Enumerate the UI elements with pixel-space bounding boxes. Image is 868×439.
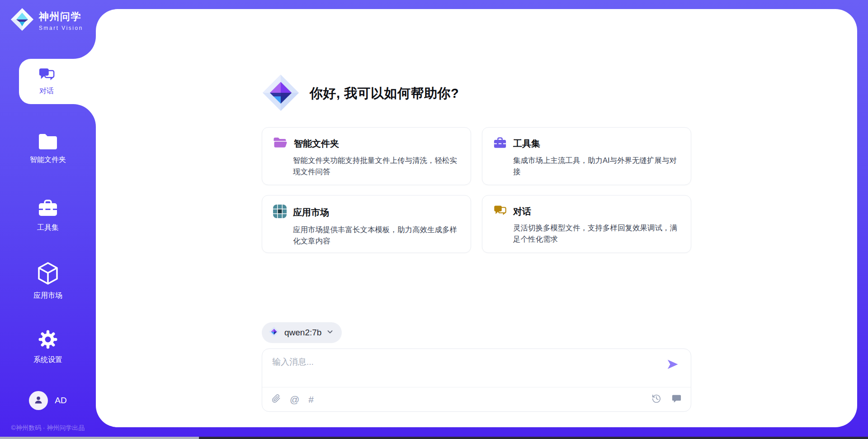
greeting: 你好, 我可以如何帮助你? bbox=[262, 74, 691, 114]
gear-icon bbox=[38, 329, 58, 351]
sidebar-item-label: 智能文件夹 bbox=[30, 155, 66, 165]
card-title: 对话 bbox=[513, 205, 531, 218]
history-icon bbox=[651, 394, 661, 406]
sidebar-item-label: 工具集 bbox=[37, 223, 59, 233]
card-title: 工具集 bbox=[513, 138, 540, 150]
at-icon[interactable]: @ bbox=[290, 395, 299, 404]
sidebar-item-label: 对话 bbox=[39, 86, 54, 96]
sidebar-item-app-market[interactable]: 应用市场 bbox=[0, 262, 96, 301]
briefcase-icon bbox=[38, 199, 58, 219]
folder-icon bbox=[38, 132, 58, 151]
main-panel: 你好, 我可以如何帮助你? 智能文件夹 智能文件夹功能支持批量文件上传与清洗，轻… bbox=[96, 9, 857, 427]
attach-file-button[interactable] bbox=[271, 394, 281, 405]
active-tab-curve-top bbox=[73, 36, 96, 59]
chat-bubbles-icon bbox=[493, 205, 507, 218]
chat-toggle-button[interactable] bbox=[671, 393, 682, 406]
send-button[interactable] bbox=[665, 358, 680, 372]
card-title: 应用市场 bbox=[293, 206, 329, 219]
card-description: 智能文件夹功能支持批量文件上传与清洗，轻松实现文件问答 bbox=[273, 155, 460, 177]
briefcase-icon bbox=[493, 137, 507, 151]
card-description: 集成市场上主流工具，助力AI与外界无缝扩展与对接 bbox=[493, 155, 680, 177]
greeting-title: 你好, 我可以如何帮助你? bbox=[310, 85, 459, 103]
card-title: 智能文件夹 bbox=[294, 138, 339, 150]
folder-open-icon bbox=[273, 137, 288, 151]
chat-icon bbox=[671, 393, 682, 406]
brand-logo: 神州问学 Smart Vision bbox=[10, 7, 83, 33]
card-app-market[interactable]: 应用市场 应用市场提供丰富长文本模板，助力高效生成多样化文章内容 bbox=[262, 195, 471, 253]
model-selector[interactable]: qwen2:7b bbox=[262, 322, 342, 343]
card-smart-folder[interactable]: 智能文件夹 智能文件夹功能支持批量文件上传与清洗，轻松实现文件问答 bbox=[262, 127, 471, 185]
send-icon bbox=[666, 358, 679, 373]
sidebar-item-toolset[interactable]: 工具集 bbox=[0, 199, 96, 233]
greeting-diamond-icon bbox=[262, 74, 300, 114]
cube-icon bbox=[37, 262, 59, 287]
feature-cards: 智能文件夹 智能文件夹功能支持批量文件上传与清洗，轻松实现文件问答 bbox=[262, 127, 691, 253]
model-name: qwen2:7b bbox=[284, 328, 321, 338]
sidebar-item-smart-folder[interactable]: 智能文件夹 bbox=[0, 132, 96, 165]
sidebar-item-settings[interactable]: 系统设置 bbox=[0, 329, 96, 365]
brand-diamond-icon bbox=[10, 7, 34, 33]
sidebar-item-chat[interactable]: 对话 bbox=[19, 59, 96, 104]
card-toolset[interactable]: 工具集 集成市场上主流工具，助力AI与外界无缝扩展与对接 bbox=[482, 127, 691, 185]
message-composer: @ # bbox=[262, 348, 691, 412]
sidebar-footer: ©神州数码 · 神州问学出品 bbox=[0, 424, 96, 432]
apps-grid-icon bbox=[273, 205, 287, 220]
paperclip-icon bbox=[271, 394, 281, 405]
card-chat[interactable]: 对话 灵活切换多模型文件，支持多样回复效果调试，满足个性化需求 bbox=[482, 195, 691, 253]
user-name: AD bbox=[55, 396, 66, 406]
user-account[interactable]: AD bbox=[0, 391, 96, 410]
card-description: 应用市场提供丰富长文本模板，助力高效生成多样化文章内容 bbox=[273, 224, 460, 247]
person-icon bbox=[33, 395, 43, 406]
chat-bubbles-icon bbox=[38, 67, 55, 84]
active-tab-curve-bottom bbox=[73, 104, 96, 127]
chevron-down-icon bbox=[326, 328, 334, 338]
sidebar: 神州问学 Smart Vision 对话 智能文件夹 bbox=[0, 0, 96, 439]
horizontal-scrollbar-track bbox=[0, 437, 868, 439]
sidebar-item-label: 系统设置 bbox=[33, 355, 62, 365]
horizontal-scrollbar-thumb[interactable] bbox=[0, 437, 199, 439]
sidebar-item-label: 应用市场 bbox=[33, 291, 62, 301]
card-description: 灵活切换多模型文件，支持多样回复效果调试，满足个性化需求 bbox=[493, 222, 680, 245]
avatar bbox=[29, 391, 48, 410]
brand-name: 神州问学 bbox=[39, 10, 83, 24]
brand-diamond-icon bbox=[269, 326, 279, 339]
brand-subtitle: Smart Vision bbox=[39, 25, 83, 31]
message-input[interactable] bbox=[271, 355, 664, 387]
hash-icon[interactable]: # bbox=[308, 395, 314, 404]
history-button[interactable] bbox=[651, 394, 661, 406]
